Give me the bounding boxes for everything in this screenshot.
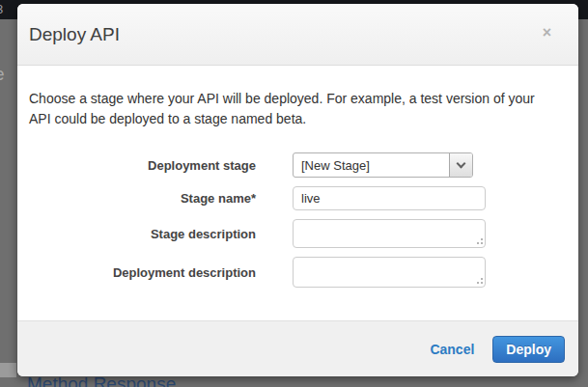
- background-panel-fragment: [0, 363, 16, 377]
- deployment-stage-selected-value: [New Stage]: [294, 158, 449, 173]
- form-row-deployment-description: Deployment description: [29, 257, 567, 288]
- close-icon[interactable]: ×: [543, 25, 551, 41]
- chevron-down-icon: [457, 158, 466, 168]
- deploy-button[interactable]: Deploy: [492, 336, 565, 363]
- background-text-fragment: e: [0, 64, 5, 85]
- resize-grip-icon[interactable]: [476, 237, 483, 244]
- deployment-stage-label: Deployment stage: [29, 158, 256, 173]
- dialog-title: Deploy API: [29, 24, 120, 45]
- dialog-header: Deploy API ×: [17, 4, 578, 66]
- cancel-button[interactable]: Cancel: [430, 342, 474, 357]
- form-row-stage-name: Stage name*: [29, 186, 567, 210]
- background-text-fragment: 3: [0, 2, 3, 16]
- intro-text: Choose a stage where your API will be de…: [29, 89, 558, 129]
- form-row-deployment-stage: Deployment stage [New Stage]: [29, 152, 567, 178]
- stage-description-label: Stage description: [29, 227, 256, 241]
- dialog-footer: Cancel Deploy: [17, 320, 578, 376]
- dialog-body: Choose a stage where your API will be de…: [17, 66, 578, 288]
- form-row-stage-description: Stage description: [29, 219, 567, 248]
- deployment-stage-select[interactable]: [New Stage]: [293, 152, 473, 178]
- stage-name-label: Stage name*: [29, 191, 256, 206]
- deployment-description-textarea[interactable]: [293, 257, 486, 288]
- deploy-form: Deployment stage [New Stage] Stage name*…: [29, 152, 567, 288]
- stage-description-textarea[interactable]: [293, 219, 486, 248]
- resize-grip-icon[interactable]: [476, 277, 483, 284]
- stage-name-input[interactable]: [293, 186, 486, 210]
- select-dropdown-button[interactable]: [449, 153, 472, 177]
- deployment-description-label: Deployment description: [29, 265, 256, 280]
- deploy-api-dialog: Deploy API × Choose a stage where your A…: [17, 4, 578, 376]
